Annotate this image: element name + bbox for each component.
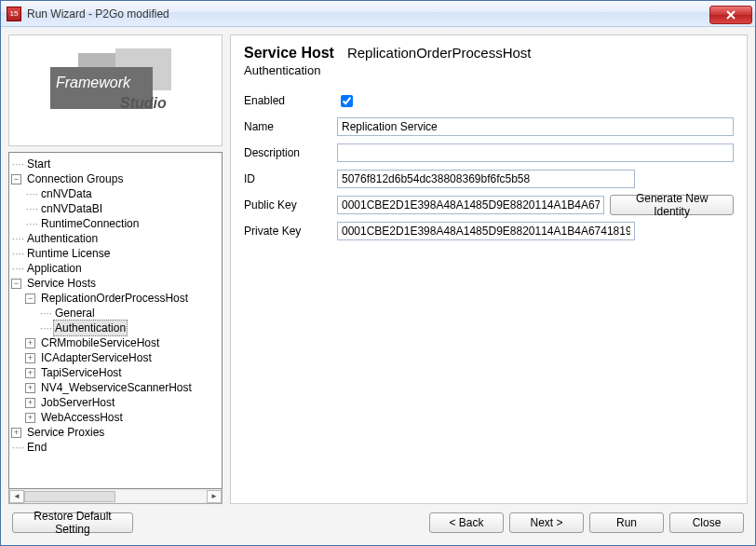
- window-close-button[interactable]: [709, 6, 752, 24]
- close-button[interactable]: Close: [669, 512, 744, 533]
- tree-horizontal-scrollbar[interactable]: ◄ ►: [8, 489, 223, 504]
- window-title: Run Wizard - P2Go modified: [27, 7, 709, 20]
- tree-item-tapiservicehost[interactable]: +TapiServiceHost: [11, 365, 220, 380]
- titlebar: 15 Run Wizard - P2Go modified: [1, 1, 755, 27]
- label-description: Description: [244, 146, 337, 159]
- heading-label: Service Host: [244, 45, 334, 61]
- row-public-key: Public Key Generate New Identity: [244, 195, 734, 215]
- page-heading: Service Host ReplicationOrderProcessHost: [244, 45, 734, 61]
- collapse-icon[interactable]: −: [11, 279, 21, 289]
- name-input[interactable]: [337, 117, 734, 136]
- public-key-field[interactable]: [337, 196, 604, 214]
- expand-icon[interactable]: +: [25, 383, 35, 393]
- label-name: Name: [244, 120, 337, 133]
- tree-item-cnnvdatabi[interactable]: ····cnNVDataBI: [11, 201, 220, 216]
- row-description: Description: [244, 143, 734, 163]
- window: 15 Run Wizard - P2Go modified Framework …: [0, 0, 756, 546]
- run-button[interactable]: Run: [589, 512, 664, 533]
- enabled-checkbox[interactable]: [341, 95, 353, 107]
- tree-item-nv4webservicescannerhost[interactable]: +NV4_WebserviceScannerHost: [11, 380, 220, 395]
- tree-item-crmmobileservicehost[interactable]: +CRMmobileServiceHost: [11, 335, 220, 350]
- tree-item-general[interactable]: ····General: [11, 306, 220, 321]
- tree-item-start[interactable]: ····Start: [11, 157, 220, 171]
- left-pane: Framework Studio ····Start −Connection G…: [8, 34, 223, 504]
- tree-item-connection-groups[interactable]: −Connection Groups: [11, 171, 220, 186]
- tree-item-jobserverhost[interactable]: +JobServerHost: [11, 395, 220, 410]
- back-button[interactable]: < Back: [429, 512, 504, 533]
- tree-item-cnnvdata[interactable]: ····cnNVData: [11, 186, 220, 201]
- main-split: Framework Studio ····Start −Connection G…: [8, 34, 748, 504]
- logo-box: Framework Studio: [8, 34, 223, 146]
- row-id: ID: [244, 169, 734, 189]
- tree-item-webaccesshost[interactable]: +WebAccessHost: [11, 410, 220, 425]
- scroll-thumb[interactable]: [24, 491, 115, 502]
- client-area: Framework Studio ····Start −Connection G…: [1, 27, 755, 545]
- tree-item-service-proxies[interactable]: +Service Proxies: [11, 425, 220, 440]
- row-enabled: Enabled: [244, 90, 734, 111]
- label-enabled: Enabled: [244, 94, 337, 107]
- scroll-right-icon[interactable]: ►: [207, 490, 222, 503]
- private-key-field[interactable]: [337, 222, 635, 240]
- row-private-key: Private Key: [244, 221, 734, 241]
- expand-icon[interactable]: +: [25, 353, 35, 363]
- expand-icon[interactable]: +: [25, 398, 35, 408]
- tree-item-authentication[interactable]: ····Authentication: [11, 231, 220, 246]
- tree-item-runtime-license[interactable]: ····Runtime License: [11, 246, 220, 261]
- next-button[interactable]: Next >: [509, 512, 584, 533]
- app-icon: 15: [7, 7, 21, 21]
- restore-default-button[interactable]: Restore Default Setting: [12, 512, 133, 533]
- content-pane: Service Host ReplicationOrderProcessHost…: [230, 34, 748, 504]
- nav-tree[interactable]: ····Start −Connection Groups ····cnNVDat…: [8, 152, 223, 489]
- label-public-key: Public Key: [244, 198, 337, 212]
- scroll-left-icon[interactable]: ◄: [9, 490, 24, 503]
- generate-identity-button[interactable]: Generate New Identity: [610, 195, 734, 215]
- logo: Framework Studio: [41, 48, 190, 132]
- label-private-key: Private Key: [244, 225, 337, 238]
- logo-text-framework: Framework: [56, 75, 130, 91]
- label-id: ID: [244, 172, 337, 185]
- tree-item-icadapterservicehost[interactable]: +ICAdapterServiceHost: [11, 350, 220, 365]
- footer: Restore Default Setting < Back Next > Ru…: [8, 504, 748, 538]
- tree-item-service-hosts[interactable]: −Service Hosts: [11, 276, 220, 291]
- page-subheading: Authentication: [244, 63, 734, 77]
- row-name: Name: [244, 116, 734, 137]
- logo-text-studio: Studio: [120, 95, 167, 112]
- tree-item-authentication-sub[interactable]: ····Authentication: [11, 321, 220, 335]
- tree-item-runtimeconnection[interactable]: ····RuntimeConnection: [11, 216, 220, 231]
- collapse-icon[interactable]: −: [25, 293, 35, 304]
- scroll-track[interactable]: [24, 491, 207, 502]
- expand-icon[interactable]: +: [25, 413, 35, 423]
- close-icon: [726, 10, 736, 20]
- tree-item-application[interactable]: ····Application: [11, 261, 220, 276]
- expand-icon[interactable]: +: [25, 368, 35, 378]
- heading-hostname: ReplicationOrderProcessHost: [347, 45, 532, 61]
- id-field[interactable]: [337, 170, 635, 188]
- description-input[interactable]: [337, 143, 734, 162]
- collapse-icon[interactable]: −: [11, 174, 21, 184]
- tree-item-replicationorderprocesshost[interactable]: −ReplicationOrderProcessHost: [11, 291, 220, 306]
- expand-icon[interactable]: +: [11, 428, 21, 438]
- tree-item-end[interactable]: ····End: [11, 440, 220, 455]
- expand-icon[interactable]: +: [25, 338, 35, 348]
